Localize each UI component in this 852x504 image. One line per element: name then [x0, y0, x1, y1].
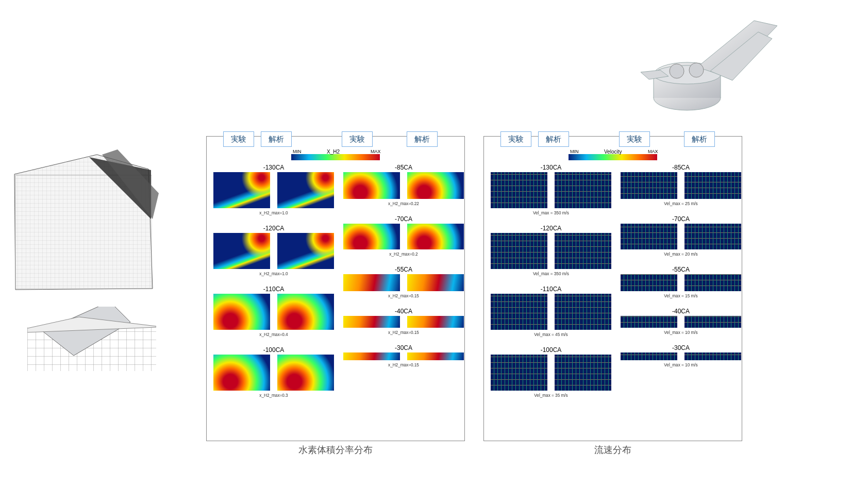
header-exp: 実験 [223, 131, 254, 147]
contour-thumb [684, 316, 741, 328]
panel-velocity: 実験 解析 実験 解析 MIN Velocity MAX -130CAVel_m… [483, 136, 742, 441]
row-title: -30CA [617, 344, 745, 351]
row-title: -120CA [210, 225, 338, 232]
contour-thumb [277, 355, 334, 391]
mesh-big-icon [9, 149, 161, 301]
legend-min: MIN [570, 149, 579, 154]
contour-thumb [555, 172, 611, 208]
row-title: -55CA [340, 266, 467, 273]
mesh-figure [9, 149, 161, 371]
contour-thumb [213, 233, 270, 269]
row-title: -40CA [617, 308, 745, 315]
row-caption: x_H2_max=1.0 [210, 272, 338, 276]
contour-thumb [555, 294, 611, 330]
row-caption: Vel_max = 35 m/s [487, 393, 615, 398]
contour-thumb [491, 172, 547, 208]
row-caption: x_H2_max=0.15 [340, 330, 467, 335]
row-caption: Vel_max = 10 m/s [617, 330, 745, 335]
row-title: -100CA [487, 346, 615, 354]
contour-thumb [277, 294, 334, 330]
contour-thumb [343, 352, 400, 360]
contour-thumb [621, 172, 677, 199]
row-title: -40CA [340, 308, 467, 315]
header-exp: 実験 [500, 131, 531, 147]
contour-thumb [343, 172, 400, 199]
header-exp: 実験 [619, 131, 650, 147]
contour-thumb [343, 316, 400, 328]
colorbar-h2 [291, 154, 380, 160]
header-sim: 解析 [407, 131, 438, 147]
contour-thumb [343, 224, 400, 249]
contour-thumb [343, 274, 400, 291]
contour-thumb [491, 294, 547, 330]
contour-thumb [621, 274, 677, 291]
contour-thumb [407, 352, 464, 360]
legend-label: X_H2 [327, 149, 340, 155]
row-title: -55CA [617, 266, 745, 273]
contour-thumb [621, 224, 677, 249]
row-caption: Vel_max = 15 m/s [617, 294, 745, 298]
row-caption: Vel_max = 20 m/s [617, 252, 745, 257]
contour-thumb [213, 355, 270, 391]
panel-subtitle: 流速分布 [484, 444, 742, 456]
row-caption: x_H2_max=0.3 [210, 393, 338, 398]
header-exp: 実験 [342, 131, 373, 147]
contour-thumb [555, 233, 611, 269]
contour-thumb [277, 172, 334, 208]
legend-min: MIN [293, 149, 302, 154]
header-sim: 解析 [684, 131, 715, 147]
row-caption: x_H2_max=0.15 [340, 363, 467, 367]
contour-thumb [684, 352, 741, 360]
row-caption: Vel_max = 350 m/s [487, 211, 615, 215]
contour-thumb [213, 294, 270, 330]
row-caption: x_H2_max=0.4 [210, 332, 338, 337]
contour-thumb [684, 172, 741, 199]
colorbar-vel [569, 154, 657, 160]
row-caption: x_H2_max=1.0 [210, 211, 338, 215]
svg-point-3 [689, 63, 704, 77]
row-title: -70CA [617, 215, 745, 223]
row-caption: x_H2_max=0.2 [340, 252, 467, 257]
row-title: -70CA [340, 215, 467, 223]
row-title: -85CA [340, 164, 467, 171]
legend-max: MAX [648, 149, 658, 154]
contour-thumb [491, 233, 547, 269]
row-title: -30CA [340, 344, 467, 351]
contour-thumb [213, 172, 270, 208]
header-sim: 解析 [538, 131, 569, 147]
contour-thumb [621, 316, 677, 328]
mesh-zoom-icon [27, 307, 156, 371]
contour-thumb [407, 274, 464, 291]
row-title: -110CA [210, 285, 338, 293]
row-caption: Vel_max = 10 m/s [617, 363, 745, 367]
legend-max: MAX [371, 149, 381, 154]
contour-thumb [407, 224, 464, 249]
header-sim: 解析 [261, 131, 292, 147]
contour-thumb [407, 316, 464, 328]
row-caption: x_H2_max=0.22 [340, 201, 467, 206]
contour-thumb [621, 352, 677, 360]
row-title: -130CA [210, 164, 338, 171]
row-caption: Vel_max = 45 m/s [487, 332, 615, 337]
contour-thumb [407, 172, 464, 199]
panel-subtitle: 水素体積分率分布 [207, 444, 464, 456]
contour-thumb [684, 224, 741, 249]
contour-thumb [491, 355, 547, 391]
row-title: -120CA [487, 225, 615, 232]
row-caption: x_H2_max=0.15 [340, 294, 467, 298]
row-title: -110CA [487, 285, 615, 293]
svg-point-2 [670, 64, 684, 78]
row-caption: Vel_max = 25 m/s [617, 201, 745, 206]
row-title: -130CA [487, 164, 615, 171]
row-caption: Vel_max = 350 m/s [487, 272, 615, 276]
panel-h2-fraction: 実験 解析 実験 解析 MIN X_H2 MAX -130CAx_H2_max=… [206, 136, 465, 441]
legend-label: Velocity [604, 149, 622, 155]
model-svg-icon [625, 10, 785, 121]
contour-thumb [684, 274, 741, 291]
contour-thumb [555, 355, 611, 391]
row-title: -100CA [210, 346, 338, 354]
row-title: -85CA [617, 164, 745, 171]
contour-thumb [277, 233, 334, 269]
port-3d-model [625, 10, 785, 121]
